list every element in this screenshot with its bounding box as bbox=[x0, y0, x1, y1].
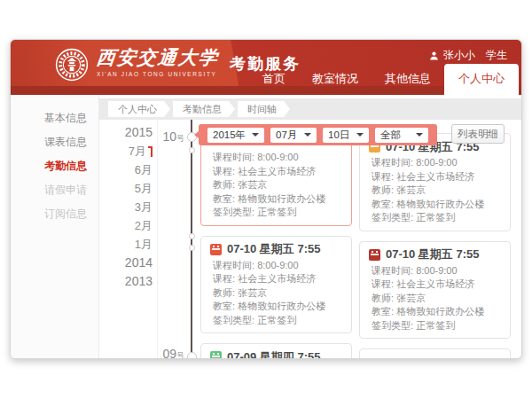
field-value: 格物致知行政办公楼 bbox=[238, 193, 325, 204]
field-label: 教室 bbox=[213, 193, 238, 204]
month-select-value: 07月 bbox=[276, 129, 297, 142]
user-role: 学生 bbox=[486, 48, 507, 63]
calendar-icon bbox=[369, 356, 380, 359]
field-value: 8:00-9:00 bbox=[257, 260, 298, 270]
breadcrumb-segment[interactable]: 考勤信息 bbox=[173, 101, 235, 117]
user-info[interactable]: 张小小 学生 bbox=[429, 48, 507, 63]
card-field: 教师张芸京 bbox=[372, 292, 501, 306]
day-select[interactable]: 10日 bbox=[323, 128, 369, 143]
attendance-card[interactable]: 07-09 星期四 7:55 bbox=[200, 343, 352, 359]
day-select-value: 10日 bbox=[328, 129, 349, 142]
attendance-cards: 课程时间8:00-9:00 课程社会主义市场经济 教师张芸京 教室格物致知行政办… bbox=[200, 128, 511, 359]
nav-item[interactable]: 个人中心 bbox=[444, 64, 519, 95]
breadcrumb-segment[interactable]: 个人中心 bbox=[108, 101, 170, 117]
card-date-title: 07-10 星期五 7:55 bbox=[386, 246, 480, 262]
field-value: 社会主义市场经济 bbox=[396, 171, 474, 182]
day-suffix: 号 bbox=[176, 134, 184, 143]
field-value: 8:00-9:00 bbox=[257, 152, 298, 162]
field-value: 正常签到 bbox=[257, 315, 296, 325]
card-field: 签到类型正常签到 bbox=[213, 206, 342, 220]
field-label: 教师 bbox=[372, 293, 396, 303]
sidebar-item[interactable]: 考勤信息 bbox=[11, 154, 98, 178]
timeline-month-item[interactable]: 2014 bbox=[99, 254, 153, 272]
nav-item[interactable]: 其他信息 bbox=[372, 65, 444, 95]
timeline-month-item[interactable]: 6月 bbox=[99, 160, 153, 179]
field-value: 正常签到 bbox=[416, 212, 455, 223]
card-field: 教室格物致知行政办公楼 bbox=[213, 300, 342, 314]
month-select[interactable]: 07月 bbox=[270, 128, 317, 143]
sidebar-item[interactable]: 请假申请 bbox=[11, 178, 98, 202]
attendance-card[interactable]: 07-10 星期五 7:55 课程时间8:00-9:00 课程社会主义市场经济 bbox=[200, 236, 352, 334]
attendance-card[interactable] bbox=[359, 348, 511, 359]
timeline-day-label: 09号 bbox=[151, 346, 184, 359]
field-value: 正常签到 bbox=[416, 320, 455, 331]
card-date-title: 07-09 星期四 7:55 bbox=[227, 349, 321, 360]
sidebar-item[interactable]: 课表信息 bbox=[11, 130, 98, 154]
card-field: 课程时间8:00-9:00 bbox=[372, 156, 501, 170]
card-field: 教室格物致知行政办公楼 bbox=[372, 198, 501, 212]
timeline-month-item[interactable]: 5月 bbox=[99, 179, 153, 198]
card-fields: 课程时间8:00-9:00 课程社会主义市场经济 教师张芸京 教室格物致知行政办… bbox=[210, 151, 342, 220]
list-detail-button[interactable]: 列表明细 bbox=[451, 124, 505, 144]
card-fields: 课程时间8:00-9:00 课程社会主义市场经济 教师张芸京 教室格物致知行政办… bbox=[210, 259, 342, 328]
type-select[interactable]: 全部 bbox=[375, 128, 428, 143]
cards-column-left: 课程时间8:00-9:00 课程社会主义市场经济 教师张芸京 教室格物致知行政办… bbox=[200, 128, 352, 359]
user-name: 张小小 bbox=[443, 48, 475, 63]
timeline-axis-line bbox=[191, 120, 192, 359]
field-value: 格物致知行政办公楼 bbox=[396, 306, 484, 317]
chevron-down-icon bbox=[304, 133, 311, 137]
day-suffix: 号 bbox=[176, 351, 184, 359]
attendance-card[interactable]: 07-10 星期五 7:55 课程时间8:00-9:00 课程社会主义市场经济 bbox=[359, 241, 511, 340]
timeline-node bbox=[189, 245, 195, 251]
field-value: 张芸京 bbox=[396, 184, 426, 195]
field-label: 签到类型 bbox=[213, 207, 257, 217]
timeline-node bbox=[187, 352, 197, 359]
field-label: 课程 bbox=[213, 273, 238, 284]
field-value: 格物致知行政办公楼 bbox=[238, 301, 325, 311]
field-label: 签到类型 bbox=[213, 315, 257, 325]
timeline-month-item[interactable]: 2013 bbox=[99, 272, 153, 291]
day-number: 10 bbox=[162, 129, 176, 144]
field-label: 课程时间 bbox=[213, 260, 257, 270]
field-label: 课程时间 bbox=[213, 152, 257, 162]
field-label: 签到类型 bbox=[372, 320, 416, 331]
calendar-icon bbox=[210, 351, 222, 359]
card-field: 教室格物致知行政办公楼 bbox=[213, 192, 342, 207]
breadcrumb-segment[interactable]: 时间轴 bbox=[238, 101, 290, 117]
chevron-down-icon bbox=[252, 133, 259, 137]
timeline-area: 2015 7月 6月 5月 3月 2月 1月 2014 bbox=[99, 120, 521, 359]
sidebar-item[interactable]: 订阅信息 bbox=[11, 202, 98, 226]
app-header: 西安交通大学 XI'AN JIAO TONG UNIVERSITY 考勤服务 张… bbox=[11, 40, 521, 95]
timeline-month-item[interactable]: 3月 bbox=[99, 198, 153, 216]
calendar-icon bbox=[369, 249, 380, 261]
card-header bbox=[369, 353, 501, 359]
card-field: 教师张芸京 bbox=[213, 178, 342, 192]
card-field: 教室格物致知行政办公楼 bbox=[372, 305, 501, 319]
user-icon bbox=[429, 51, 439, 61]
card-field: 课程社会主义市场经济 bbox=[213, 272, 342, 286]
field-label: 课程 bbox=[372, 278, 396, 289]
card-field: 签到类型正常签到 bbox=[372, 211, 501, 225]
field-value: 格物致知行政办公楼 bbox=[396, 199, 484, 209]
sidebar-item[interactable]: 基本信息 bbox=[11, 106, 98, 130]
card-field: 课程时间8:00-9:00 bbox=[372, 264, 501, 278]
university-logo-icon bbox=[55, 48, 89, 82]
date-filter-bar: 2015年 07月 10日 全部 bbox=[199, 124, 437, 145]
timeline-month-item[interactable]: 2月 bbox=[99, 216, 153, 235]
timeline-month-item[interactable]: 7月 bbox=[99, 142, 153, 160]
month-nav-divider bbox=[157, 120, 158, 359]
card-field: 课程社会主义市场经济 bbox=[372, 170, 501, 184]
timeline-month-item[interactable]: 1月 bbox=[99, 235, 153, 254]
attendance-card[interactable]: 07-10 星期五 7:55 课程时间8:00-9:00 课程社会主义市场经济 bbox=[359, 133, 511, 231]
card-fields: 课程时间8:00-9:00 课程社会主义市场经济 教师张芸京 教室格物致知行政办… bbox=[369, 264, 501, 333]
nav-item[interactable]: 首页 bbox=[249, 65, 299, 95]
calendar-icon bbox=[210, 244, 222, 255]
field-label: 教室 bbox=[372, 199, 396, 209]
year-select[interactable]: 2015年 bbox=[207, 128, 264, 143]
field-value: 社会主义市场经济 bbox=[396, 278, 474, 289]
timeline-month-item[interactable]: 2015 bbox=[99, 123, 153, 142]
field-value: 张芸京 bbox=[396, 293, 426, 303]
nav-item[interactable]: 教室情况 bbox=[299, 65, 372, 95]
card-field: 教师张芸京 bbox=[372, 184, 501, 198]
university-name-block: 西安交通大学 XI'AN JIAO TONG UNIVERSITY bbox=[97, 46, 219, 77]
